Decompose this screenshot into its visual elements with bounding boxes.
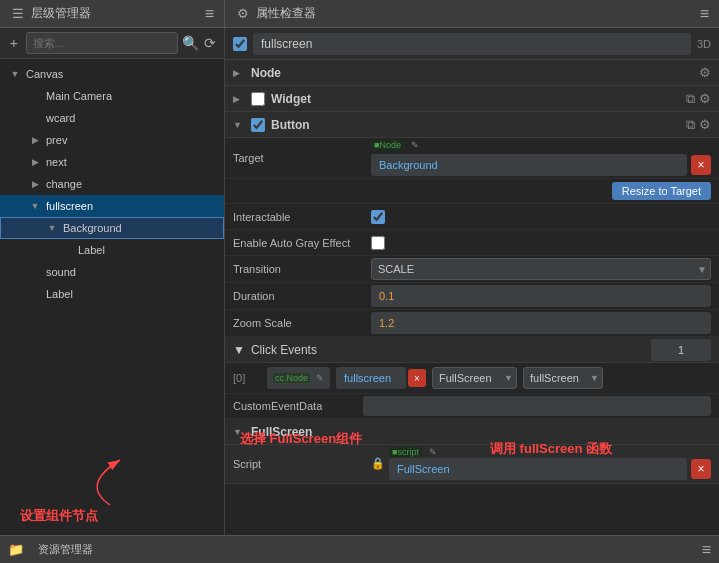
resize-row: Resize to Target xyxy=(225,179,719,204)
tree-item-bg-label[interactable]: Label xyxy=(0,239,224,261)
tree-item-background[interactable]: Background xyxy=(0,217,224,239)
button-section-copy[interactable]: ⧉ xyxy=(686,117,695,133)
tree-view: Canvas Main Camera wcard prev next xyxy=(0,59,224,475)
widget-section-arrow: ▶ xyxy=(233,94,245,104)
left-panel-tab: ☰ 层级管理器 ≡ xyxy=(0,0,225,27)
target-field-value: Background xyxy=(379,159,438,171)
annotation-set-node: 设置组件节点 xyxy=(20,507,98,525)
tree-item-sound[interactable]: sound xyxy=(0,261,224,283)
tree-label-main-camera: Main Camera xyxy=(46,90,112,102)
tree-label-wcard: wcard xyxy=(46,112,75,124)
script-x-button[interactable]: × xyxy=(691,459,711,479)
lock-icon: 🔒 xyxy=(371,457,385,470)
node-header: 3D xyxy=(225,28,719,60)
script-value: 🔒 ■script ✎ FullScreen × xyxy=(371,447,711,480)
bottom-bar: 📁 资源管理器 ≡ xyxy=(0,535,719,563)
3d-badge: 3D xyxy=(697,38,711,50)
button-section-arrow: ▼ xyxy=(233,120,245,130)
custom-event-input[interactable] xyxy=(363,396,711,416)
event-x-button[interactable]: × xyxy=(408,369,426,387)
event-node-ref[interactable]: cc.Node ✎ xyxy=(267,367,330,389)
left-panel-title: 层级管理器 xyxy=(31,5,91,22)
auto-gray-label: Enable Auto Gray Effect xyxy=(233,237,363,249)
widget-section-label: Widget xyxy=(271,92,311,106)
layers-icon: ☰ xyxy=(10,6,26,22)
duration-label: Duration xyxy=(233,290,363,302)
node-section-label: Node xyxy=(251,66,281,80)
inspector-panel: 3D ▶ Node ⚙ ▶ Widget ⧉ ⚙ xyxy=(225,28,719,535)
target-edit-icon[interactable]: ✎ xyxy=(411,140,419,150)
target-x-button[interactable]: × xyxy=(691,155,711,175)
tree-item-wcard[interactable]: wcard xyxy=(0,107,224,129)
widget-active-checkbox[interactable] xyxy=(251,92,265,106)
auto-gray-checkbox[interactable] xyxy=(371,236,385,250)
target-field[interactable]: Background xyxy=(371,154,687,176)
transition-row: Transition SCALE NONE COLOR SPRITE ▼ xyxy=(225,256,719,283)
tree-label-next: next xyxy=(46,156,67,168)
tree-item-next[interactable]: next xyxy=(0,151,224,173)
target-label: Target xyxy=(233,152,363,164)
fullscreen-label: FullScreen xyxy=(251,425,312,439)
tree-item-fullscreen[interactable]: fullscreen xyxy=(0,195,224,217)
transition-select[interactable]: SCALE NONE COLOR SPRITE xyxy=(371,258,711,280)
fullscreen-section: ▼ FullScreen Script 🔒 ■script ✎ xyxy=(225,419,719,484)
right-panel-title: 属性检查器 xyxy=(256,5,316,22)
annotation-area: 设置组件节点 xyxy=(0,475,224,535)
script-row: Script 🔒 ■script ✎ FullScreen xyxy=(225,445,719,483)
bottom-menu-icon[interactable]: ≡ xyxy=(702,541,711,559)
tree-item-label[interactable]: Label xyxy=(0,283,224,305)
interactable-row: Interactable xyxy=(225,204,719,230)
script-edit-icon[interactable]: ✎ xyxy=(429,447,437,457)
duration-value xyxy=(371,285,711,307)
resize-to-target-button[interactable]: Resize to Target xyxy=(612,182,711,200)
refresh-button[interactable]: ⟳ xyxy=(203,32,219,54)
duration-input[interactable] xyxy=(371,285,711,307)
component-select[interactable]: FullScreen xyxy=(432,367,517,389)
script-ref[interactable]: FullScreen xyxy=(389,458,687,480)
search-button[interactable]: 🔍 xyxy=(182,32,199,54)
fullscreen-arrow: ▼ xyxy=(233,427,245,437)
widget-section-header[interactable]: ▶ Widget ⧉ ⚙ xyxy=(225,86,719,112)
script-ref-wrapper: ■script ✎ FullScreen × xyxy=(389,447,711,480)
right-panel-tab: ⚙ 属性检查器 ≡ xyxy=(225,0,719,27)
tree-item-main-camera[interactable]: Main Camera xyxy=(0,85,224,107)
node-section-gear[interactable]: ⚙ xyxy=(699,65,711,80)
tree-label-background: Background xyxy=(63,222,122,234)
button-section-header[interactable]: ▼ Button ⧉ ⚙ xyxy=(225,112,719,138)
tree-label-canvas: Canvas xyxy=(26,68,63,80)
fullscreen-section-header[interactable]: ▼ FullScreen xyxy=(225,419,719,445)
auto-gray-value xyxy=(371,236,711,250)
tree-item-canvas[interactable]: Canvas xyxy=(0,63,224,85)
assets-tab[interactable]: 资源管理器 xyxy=(30,540,101,559)
arrow-change xyxy=(28,179,42,189)
tree-item-change[interactable]: change xyxy=(0,173,224,195)
transition-value: SCALE NONE COLOR SPRITE ▼ xyxy=(371,258,711,280)
button-active-checkbox[interactable] xyxy=(251,118,265,132)
event-method-wrapper: fullScreen ▼ xyxy=(523,367,603,389)
transition-dropdown-wrapper: SCALE NONE COLOR SPRITE ▼ xyxy=(371,258,711,280)
zoom-scale-input[interactable] xyxy=(371,312,711,334)
tree-item-prev[interactable]: prev xyxy=(0,129,224,151)
widget-section-copy[interactable]: ⧉ xyxy=(686,91,695,107)
click-events-header[interactable]: ▼ Click Events 1 xyxy=(225,337,719,363)
left-panel-menu-icon[interactable]: ≡ xyxy=(205,5,214,23)
event-node-value[interactable]: fullscreen xyxy=(336,367,406,389)
button-section-gear[interactable]: ⚙ xyxy=(699,117,711,133)
node-active-checkbox[interactable] xyxy=(233,37,247,51)
interactable-checkbox[interactable] xyxy=(371,210,385,224)
search-input[interactable] xyxy=(26,32,178,54)
cc-node-badge: cc.Node xyxy=(273,373,310,383)
widget-section-gear[interactable]: ⚙ xyxy=(699,91,711,107)
node-name-input[interactable] xyxy=(253,33,691,55)
add-node-button[interactable]: + xyxy=(6,32,22,54)
interactable-value xyxy=(371,210,711,224)
node-section-header[interactable]: ▶ Node ⚙ xyxy=(225,60,719,86)
transition-label: Transition xyxy=(233,263,363,275)
tree-label-label: Label xyxy=(46,288,73,300)
hierarchy-panel: + 🔍 ⟳ Canvas Main Camera wcard xyxy=(0,28,225,535)
script-ref-value: FullScreen xyxy=(397,463,450,475)
method-select[interactable]: fullScreen xyxy=(523,367,603,389)
hierarchy-toolbar: + 🔍 ⟳ xyxy=(0,28,224,59)
event-value-row: fullscreen × xyxy=(336,367,426,389)
right-panel-menu-icon[interactable]: ≡ xyxy=(700,5,709,23)
